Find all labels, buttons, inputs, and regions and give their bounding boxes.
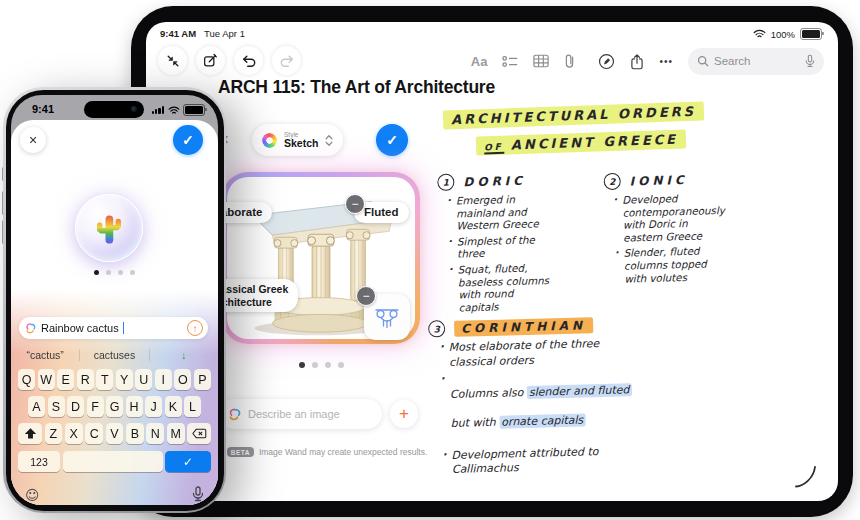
beta-disclaimer: BETA Image Wand may create unexpected re… <box>202 447 452 457</box>
ipad-date: Tue Apr 1 <box>204 28 245 39</box>
collapse-note-button[interactable] <box>158 46 187 75</box>
style-picker[interactable]: StyleSketch <box>252 124 343 156</box>
shift-key[interactable] <box>18 423 42 444</box>
key[interactable]: A <box>28 396 45 417</box>
more-button[interactable]: ••• <box>659 56 673 67</box>
battery-percent: 100% <box>771 29 795 40</box>
ipad-toolbar-left <box>158 46 301 75</box>
dynamic-island <box>84 101 144 118</box>
attachment-button[interactable] <box>564 53 575 69</box>
table-icon <box>533 54 549 68</box>
ipad-status-right: 100% <box>753 28 822 40</box>
text-cursor <box>123 322 125 334</box>
ionic-title: IONIC <box>630 172 688 188</box>
key[interactable]: Y <box>116 369 133 390</box>
key[interactable]: B <box>126 423 144 444</box>
key[interactable]: L <box>184 396 201 417</box>
key[interactable]: F <box>87 396 104 417</box>
keyboard-row-3-letters: ZXCVBNM <box>45 423 185 444</box>
key[interactable]: S <box>48 396 65 417</box>
share-button[interactable] <box>630 53 644 70</box>
key[interactable]: P <box>194 369 211 390</box>
doric-number: 1 <box>437 174 454 191</box>
share-icon <box>630 53 644 70</box>
describe-image-field[interactable]: Describe an image <box>218 399 382 429</box>
key[interactable]: W <box>38 369 55 390</box>
numbers-key[interactable]: 123 <box>18 451 60 472</box>
space-key[interactable] <box>63 451 163 472</box>
key[interactable]: V <box>106 423 124 444</box>
key[interactable]: N <box>146 423 164 444</box>
keyboard-row-3: ZXCVBNM <box>11 423 218 444</box>
dictation-mic-icon[interactable] <box>805 54 815 69</box>
describe-image-placeholder: Describe an image <box>248 408 340 420</box>
backspace-key[interactable] <box>187 423 211 444</box>
markup-button[interactable] <box>598 53 615 70</box>
add-suggestion-button[interactable]: + <box>390 400 418 428</box>
key[interactable]: K <box>165 396 182 417</box>
predictive-text-bar: “cactus” cactuses ↓ <box>11 344 218 365</box>
dictation-mic-button[interactable] <box>192 486 204 503</box>
rainbow-cactus-graphic <box>90 208 128 248</box>
key[interactable]: R <box>77 369 94 390</box>
pen-stroke-mark <box>794 465 818 491</box>
generated-cactus-image[interactable] <box>75 194 143 262</box>
suggestion-literal[interactable]: “cactus” <box>11 349 79 361</box>
remove-reference-button[interactable]: − <box>356 286 376 306</box>
style-rainbow-icon <box>262 133 277 148</box>
compose-button[interactable] <box>196 46 225 75</box>
table-button[interactable] <box>533 54 549 68</box>
accept-image-button[interactable]: ✓ <box>376 124 408 156</box>
note-title: ARCH 115: The Art of Architecture <box>218 77 495 98</box>
key[interactable]: X <box>65 423 83 444</box>
key[interactable]: O <box>174 369 191 390</box>
ionic-bullet: Developed contemporaneously with Doric i… <box>622 190 767 244</box>
return-key[interactable]: ✓ <box>165 451 211 472</box>
emoji-keyboard-button[interactable]: ☺ <box>25 487 40 503</box>
format-button[interactable]: Aa <box>471 54 488 69</box>
keyboard-row-1: QWERTYUIOP <box>11 369 218 390</box>
beta-text: Image Wand may create unexpected results… <box>259 447 427 457</box>
key[interactable]: T <box>96 369 113 390</box>
redo-button[interactable] <box>272 46 301 75</box>
battery-icon <box>183 104 205 116</box>
playground-close-button[interactable]: × <box>20 127 46 153</box>
send-prompt-button[interactable]: ↑ <box>187 320 203 336</box>
redo-icon <box>279 54 295 68</box>
cellular-signal-icon <box>152 106 164 114</box>
playground-done-button[interactable]: ✓ <box>173 125 203 155</box>
doric-bullet: Simplest of the three <box>457 232 592 261</box>
undo-icon <box>241 54 257 68</box>
undo-button[interactable] <box>234 46 263 75</box>
search-icon <box>697 55 709 67</box>
prompt-input-value: Rainbow cactus <box>41 322 119 334</box>
search-field[interactable]: Search <box>688 48 824 75</box>
key[interactable]: U <box>135 369 152 390</box>
key[interactable]: H <box>126 396 143 417</box>
wifi-icon <box>168 106 180 115</box>
suggestion-word[interactable]: cactuses <box>79 349 148 361</box>
playground-page-dots[interactable] <box>11 270 218 275</box>
key[interactable]: Q <box>18 369 35 390</box>
front-camera <box>131 106 137 112</box>
prompt-input[interactable]: Rainbow cactus ↑ <box>19 317 208 339</box>
key[interactable]: Z <box>45 423 63 444</box>
key[interactable]: J <box>145 396 162 417</box>
corinthian-section: 3 CORINTHIAN Most elaborate of the three… <box>428 312 777 481</box>
key[interactable]: M <box>167 423 185 444</box>
keyboard-bottom-bar: ☺ <box>25 486 204 503</box>
corinthian-bullet: Development attributed to Callimachus <box>451 440 777 477</box>
iphone-screen: 9:41 × ✓ <box>11 95 218 505</box>
checklist-icon <box>502 55 518 68</box>
image-page-dots[interactable] <box>222 362 420 368</box>
checklist-button[interactable] <box>502 55 518 68</box>
beta-badge: BETA <box>227 447 254 457</box>
key[interactable]: I <box>155 369 172 390</box>
key[interactable]: D <box>67 396 84 417</box>
shift-icon <box>24 427 37 440</box>
key[interactable]: C <box>85 423 103 444</box>
key[interactable]: E <box>57 369 74 390</box>
suggestion-arrow[interactable]: ↓ <box>149 349 218 361</box>
remove-tag-fluted-button[interactable]: − <box>345 194 365 214</box>
key[interactable]: G <box>106 396 123 417</box>
